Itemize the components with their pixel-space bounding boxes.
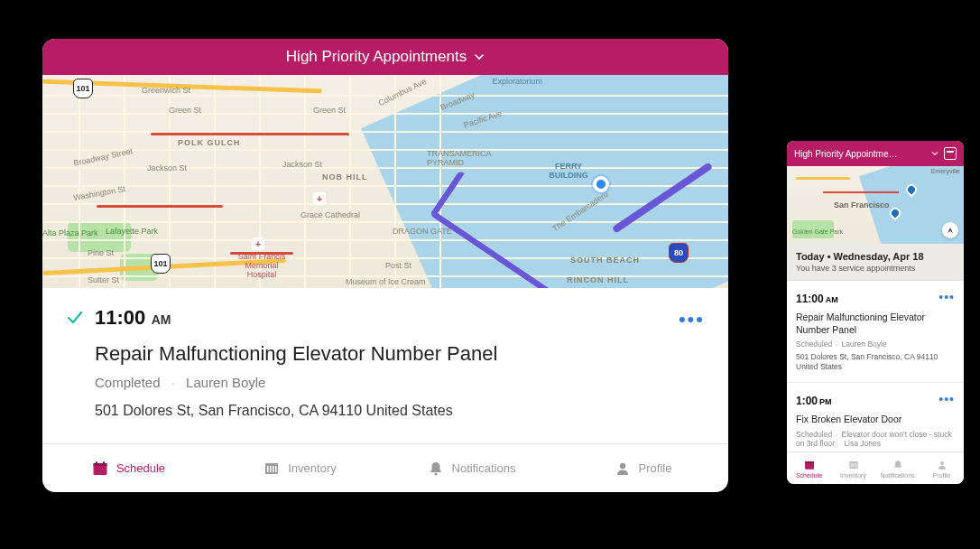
map-label-greenwich-st: Greenwich St xyxy=(142,86,190,95)
calendar-icon xyxy=(91,460,109,478)
appointment-time: 1:00 xyxy=(796,395,818,407)
map-label-rincon-hill: RINCON HILL xyxy=(567,275,629,284)
chevron-down-icon xyxy=(474,51,485,62)
hospital-icon: + xyxy=(252,237,264,250)
compass-button[interactable] xyxy=(942,222,958,238)
appointment-assignee: Lisa Jones xyxy=(844,439,881,448)
map-label-washington-st: Washington St xyxy=(73,184,126,202)
map-label-hospital: Saint Francis Memorial Hospital xyxy=(230,252,293,255)
tab-notifications[interactable]: Notifications xyxy=(875,452,920,484)
appointment-title: Fix Broken Elevator Door xyxy=(796,414,955,426)
tablet-map[interactable]: 101 101 80 POLK GULCH NOB HILL SOUTH BEA… xyxy=(42,75,728,288)
appointment-title: Repair Malfunctioning Elevator Number Pa… xyxy=(95,342,705,366)
phone-map-east: Emeryville xyxy=(931,168,960,174)
svg-rect-14 xyxy=(850,463,851,468)
svg-point-10 xyxy=(619,462,624,468)
appointment-ampm: AM xyxy=(152,312,171,327)
svg-point-18 xyxy=(940,461,944,465)
bell-icon xyxy=(892,459,904,471)
more-actions-button[interactable]: ••• xyxy=(938,290,955,304)
profile-icon xyxy=(936,459,948,471)
map-label-lafayette: Lafayette Park xyxy=(106,227,158,236)
svg-rect-1 xyxy=(93,463,106,466)
phone-appointment-card[interactable]: 11:00AM ••• Repair Malfunctioning Elevat… xyxy=(787,281,964,383)
phone-map-city: San Francisco xyxy=(834,200,890,209)
appointment-ampm: PM xyxy=(819,397,832,406)
map-label-museum: Museum of Ice Cream xyxy=(346,277,426,286)
svg-rect-12 xyxy=(805,461,814,463)
appointment-card[interactable]: 11:00 AM ••• Repair Malfunctioning Eleva… xyxy=(42,288,728,443)
appointment-status: Completed xyxy=(95,375,161,390)
map-label-transamerica: TRANSAMERICA PYRAMID xyxy=(427,149,490,167)
tablet-header[interactable]: High Priority Appointments xyxy=(42,39,728,75)
svg-rect-16 xyxy=(854,463,855,468)
current-location-dot xyxy=(593,176,609,192)
calendar-icon xyxy=(803,459,816,471)
tablet-device: High Priority Appointments 101 101 80 PO… xyxy=(42,39,728,492)
tab-inventory[interactable]: Inventory xyxy=(831,452,875,484)
today-count: You have 3 service appointments xyxy=(796,264,955,273)
tab-schedule[interactable]: Schedule xyxy=(787,452,831,484)
appointment-meta: Scheduled·Lauren Boyle xyxy=(796,340,955,349)
svg-rect-5 xyxy=(267,466,269,472)
header-title: High Priority Appointments xyxy=(286,48,467,66)
tab-label: Profile xyxy=(639,461,672,475)
svg-rect-6 xyxy=(270,466,272,472)
bell-icon xyxy=(427,460,445,478)
tab-label: Schedule xyxy=(796,472,822,479)
tab-profile[interactable]: Profile xyxy=(920,452,964,484)
hospital-icon-2: + xyxy=(313,192,326,205)
tab-label: Inventory xyxy=(288,461,336,475)
more-actions-button[interactable]: ••• xyxy=(679,308,705,331)
map-label-jackson-st: Jackson St xyxy=(147,163,187,172)
tab-notifications[interactable]: Notifications xyxy=(385,460,557,478)
map-label-south-beach: SOUTH BEACH xyxy=(570,256,640,265)
more-actions-button[interactable]: ••• xyxy=(938,392,955,406)
appointment-status: Scheduled xyxy=(796,340,832,349)
appointment-assignee: Lauren Boyle xyxy=(842,340,887,349)
svg-rect-8 xyxy=(275,466,277,472)
appointment-address: 501 Dolores St, San Francisco, CA 94110 … xyxy=(95,403,705,419)
tab-schedule[interactable]: Schedule xyxy=(42,460,214,478)
tab-label: Inventory xyxy=(840,472,866,479)
svg-point-9 xyxy=(434,472,437,475)
inventory-icon xyxy=(263,460,281,478)
phone-header-title: High Priority Appointme… xyxy=(794,149,926,159)
appointment-assignee: Lauren Boyle xyxy=(186,375,265,390)
phone-header[interactable]: High Priority Appointme… xyxy=(787,141,964,166)
tab-label: Schedule xyxy=(116,461,165,475)
phone-tabbar: Schedule Inventory Notifications Profile xyxy=(787,451,964,484)
map-label-nob-hill: NOB HILL xyxy=(322,172,368,181)
map-label-ferry: FERRY BUILDING xyxy=(546,162,591,180)
today-date: Today • Wednesday, Apr 18 xyxy=(796,251,955,262)
calendar-icon[interactable] xyxy=(944,147,957,160)
appointment-title: Repair Malfunctioning Elevator Number Pa… xyxy=(796,312,955,336)
chevron-down-icon xyxy=(931,150,938,157)
svg-rect-7 xyxy=(273,466,274,472)
phone-map[interactable]: San Francisco Golden Gate Park Emeryvill… xyxy=(787,166,964,244)
inventory-icon xyxy=(847,459,860,471)
map-label-green-st: Green St xyxy=(169,106,201,115)
phone-appointment-list[interactable]: 11:00AM ••• Repair Malfunctioning Elevat… xyxy=(787,281,964,451)
map-label-sutter-st: Sutter St xyxy=(88,275,119,284)
us-101-shield: 101 xyxy=(73,79,93,98)
appointment-meta: Scheduled·Elevator door won't close - st… xyxy=(796,430,955,448)
appointment-status: Scheduled xyxy=(796,430,832,439)
map-label-alta-plaza: Alta Plaza Park xyxy=(42,228,98,237)
check-icon xyxy=(66,309,84,327)
map-label-dragon-gate: DRAGON GATE xyxy=(393,227,452,236)
svg-rect-3 xyxy=(103,461,105,465)
map-label-jackson-st-2: Jackson St xyxy=(282,160,322,169)
tablet-tabbar: Schedule Inventory Notifications Profile xyxy=(42,443,728,492)
svg-rect-17 xyxy=(855,463,856,468)
tab-label: Notifications xyxy=(880,472,914,479)
map-label-green-st-2: Green St xyxy=(313,106,346,115)
appointment-time: 11:00 xyxy=(796,293,824,305)
map-label-polk-gulch: POLK GULCH xyxy=(178,138,241,147)
tab-inventory[interactable]: Inventory xyxy=(214,460,385,478)
map-label-post-st: Post St xyxy=(385,261,411,270)
phone-appointment-card[interactable]: 1:00PM ••• Fix Broken Elevator Door Sche… xyxy=(787,383,964,451)
us-101-shield-2: 101 xyxy=(151,254,171,274)
svg-rect-2 xyxy=(96,461,97,465)
tab-profile[interactable]: Profile xyxy=(557,460,728,478)
